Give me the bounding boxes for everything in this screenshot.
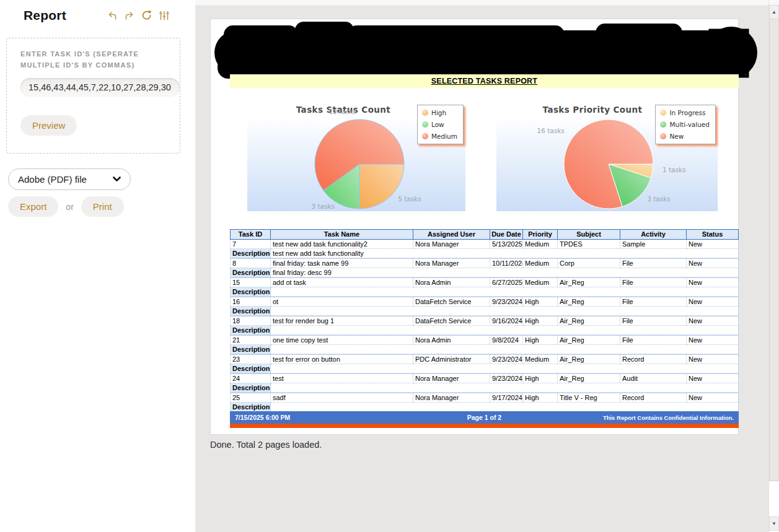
table-cell: Medium [523,240,558,249]
description-row: Description: [230,287,739,297]
table-cell: Corp [558,259,620,268]
scrollbar-up-button[interactable]: ▲ [769,5,779,19]
table-cell: Nora Manager [413,240,490,249]
pie-slice-count-label: 3 tasks [311,203,335,210]
table-cell: Sample [620,240,687,249]
legend-swatch-icon [660,110,666,116]
table-cell: PDC Administrator [413,355,490,364]
preview-button[interactable]: Preview [20,115,77,136]
legend-item: Low [422,121,457,128]
legend-swatch-icon [660,133,666,139]
table-cell: File [620,316,687,326]
table-cell: Medium [523,278,558,287]
chart-tasks-status: Tasks Status Count 5 tasks3 tasks12 task… [247,103,465,211]
legend-label: High [431,109,446,116]
table-cell: 21 [231,336,271,345]
table-header-cell: Subject [558,230,620,239]
description-value [271,326,739,335]
print-button[interactable]: Print [81,196,124,217]
table-row: 15add ot taskNora Admin6/27/2025MediumAi… [230,278,739,287]
page-title: Report [24,8,66,23]
table-row: 16otDataFetch Service9/23/2024HighAir_Re… [230,297,739,307]
legend-swatch-icon [422,110,428,116]
table-cell: File [620,297,687,307]
table-cell: 10/11/2024 [490,259,523,268]
vertical-scrollbar[interactable]: ▲ ▼ [768,0,779,532]
task-ids-fieldset: ENTER TASK ID'S (SEPERATE MULTIPLE ID'S … [6,38,180,154]
load-status-text: Done. Total 2 pages loaded. [210,440,322,450]
table-cell: New [687,297,739,307]
table-cell: New [687,316,739,326]
pie-slice-count-label: 16 tasks [537,127,565,134]
description-value [271,364,739,373]
chart-tasks-priority: Tasks Priority Count 1 tasks3 tasks16 ta… [496,103,718,211]
legend-label: Low [431,121,444,128]
report-footer-bar: 7/15/2025 6:00 PM Page 1 of 2 This Repor… [230,411,739,424]
table-cell: High [523,393,558,403]
filter-sliders-icon[interactable] [158,9,170,22]
table-cell: test [271,374,413,383]
scrollbar-thumb[interactable] [769,19,779,481]
pie-slice-count-label: 3 tasks [647,195,671,203]
refresh-icon[interactable] [141,9,153,22]
legend-label: Medium [431,133,457,140]
table-cell: DataFetch Service [413,316,490,326]
legend-label: In Progress [669,109,705,116]
undo-icon[interactable] [106,9,118,22]
description-row: Description:test new add task functional… [230,249,739,259]
table-cell: Air_Reg [558,297,620,307]
table-cell: Record [620,393,687,403]
scrollbar-down-button[interactable]: ▼ [769,517,779,531]
task-ids-input[interactable] [20,78,180,97]
export-format-value: Adobe (PDF) file [18,174,87,185]
table-cell: 8 [231,259,271,268]
description-value [271,287,739,297]
table-cell: Medium [523,259,558,268]
table-cell: Nora Admin [413,336,490,345]
description-label: Description: [231,383,271,393]
table-cell: Air_Reg [558,278,620,287]
table-cell: 15 [231,278,271,287]
scrollbar-top-spacer [769,0,779,5]
table-cell: 18 [231,316,271,326]
footer-confidential-note: This Report Contains Confidential Inform… [568,414,734,421]
description-value [271,403,739,412]
legend-item: High [422,109,457,116]
table-cell: New [687,393,739,403]
sidebar-toolbar [106,9,170,22]
legend-item: Multi-valued [660,121,710,128]
legend-swatch-icon [422,133,428,139]
report-banner-title: SELECTED TASKS REPORT [431,77,537,85]
table-cell: File [620,259,687,268]
chevron-down-icon [113,177,121,182]
pie-slice [359,164,404,209]
table-cell: Record [620,355,687,364]
description-label: Description: [231,326,271,335]
table-header-cell: Activity [620,230,687,239]
table-cell: Air_Reg [558,374,620,383]
charts-row: Tasks Status Count 5 tasks3 tasks12 task… [211,103,739,211]
table-cell: Audit [620,374,687,383]
table-cell: Medium [523,355,558,364]
scrollbar-track[interactable] [769,481,779,517]
pie-slice-count-label: 12 tasks [329,108,356,115]
table-cell: 9/23/2024 [490,355,523,364]
table-cell: New [687,278,739,287]
legend-item: In Progress [660,109,710,116]
description-row: Description: [230,345,739,355]
report-page: SELECTED TASKS REPORT Tasks Status Count… [210,19,739,435]
export-button[interactable]: Export [8,196,58,217]
export-format-select[interactable]: Adobe (PDF) file [8,168,131,190]
description-row: Description: [230,326,739,336]
description-value: test new add task functionality [271,249,739,258]
redo-icon[interactable] [123,9,136,22]
legend-item: New [660,133,710,140]
table-row: 24testNora Manager9/23/2024HighAir_RegAu… [230,374,739,383]
table-row: 8final friday: task name 99Nora Manager1… [230,259,739,268]
table-header-cell: Task Name [271,230,413,239]
description-row: Description:final friday: desc 99 [230,268,739,278]
arrow-down-icon: ▼ [772,521,777,526]
description-value [271,383,739,393]
footer-page-number: Page 1 of 2 [401,414,567,421]
chart-legend: In ProgressMulti-valuedNew [655,105,716,144]
